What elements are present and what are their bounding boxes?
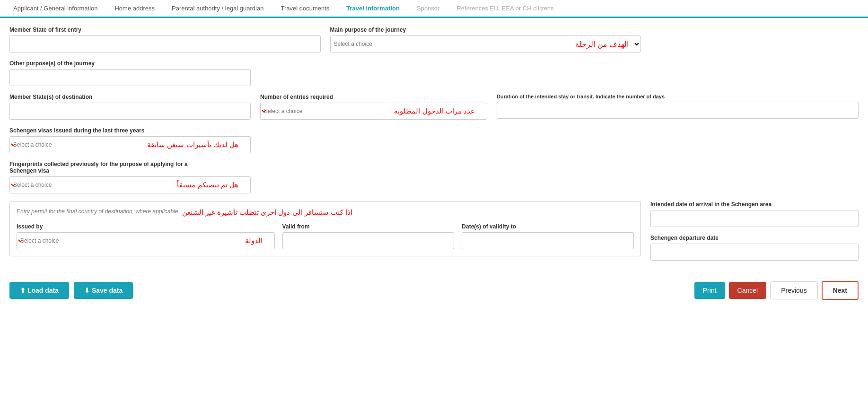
previous-button[interactable]: Previous [770, 281, 817, 299]
col-other-purpose: Other purpose(s) of the journey اهداف اخ… [9, 60, 251, 86]
tab-home-address[interactable]: Home address [106, 0, 163, 18]
schengen-visas-placeholder: Select a choice [13, 141, 52, 148]
col-entries: Number of entries required عدد مرات الدخ… [260, 94, 487, 120]
fingerprints-label: Fingerprints collected previously for th… [9, 161, 189, 174]
departure-input[interactable]: تاريخ المغادرة [650, 244, 859, 261]
arrival-label: Intended date of arrival in the Schengen… [650, 201, 859, 208]
main-purpose-placeholder: Select a choice [334, 41, 372, 47]
btn-group-left: ⬆ Load data ⬇ Save data [9, 282, 133, 299]
entries-label: Number of entries required [260, 94, 487, 100]
tab-applicant-general[interactable]: Applicant / General information [5, 0, 106, 18]
arrival-input[interactable]: تاريخ الوصول الى اوروبا [650, 210, 859, 227]
issued-by-placeholder: Select a choice [20, 237, 59, 244]
col-member-state: Member State of first entry الدولة الاور… [9, 26, 321, 53]
schengen-visas-label: Schengen visas issued during the last th… [9, 127, 251, 134]
col-schengen-visas: Schengen visas issued during the last th… [9, 127, 251, 153]
col-valid-from: Valid from تاريخ الصلاحية [282, 223, 455, 249]
main-content: Member State of first entry الدولة الاور… [0, 18, 868, 269]
tab-travel-documents[interactable]: Travel documents [272, 0, 338, 18]
right-panel: Intended date of arrival in the Schengen… [650, 201, 859, 264]
valid-from-input[interactable]: تاريخ الصلاحية [282, 232, 455, 249]
row-4: Schengen visas issued during the last th… [9, 127, 859, 153]
next-button[interactable]: Next [822, 281, 859, 300]
date-validity-input[interactable]: تاريخ الانتهاء [462, 232, 634, 249]
col-date-validity: Date(s) of validity to تاريخ الانتهاء [462, 223, 634, 249]
tab-parental-authority[interactable]: Parental authority / legal guardian [163, 0, 272, 18]
col-fingerprints: Fingerprints collected previously for th… [9, 161, 251, 193]
tab-travel-information[interactable]: Travel information [338, 0, 408, 18]
save-data-button[interactable]: ⬇ Save data [74, 282, 133, 299]
cancel-button[interactable]: Cancel [729, 282, 767, 299]
departure-label: Schengen departure date [650, 235, 859, 241]
upload-icon: ⬆ [20, 287, 27, 294]
destination-input[interactable]: الدول التي ستزورها [9, 103, 251, 120]
row-entry-permit: Entry permit for the final country of de… [9, 201, 859, 264]
col-duration: Duration of the intended stay or transit… [497, 94, 859, 119]
main-purpose-label: Main purpose of the journey [330, 26, 641, 33]
col-destination: Member State(s) of destination الدول الت… [9, 94, 251, 120]
entry-permit-box: Entry permit for the final country of de… [9, 201, 641, 256]
duration-label: Duration of the intended stay or transit… [497, 94, 859, 99]
tab-bar: Applicant / General information Home add… [0, 0, 868, 18]
entry-permit-arabic: اذا كنت ستسافر الى دول اخرى تتطلب تأشيرة… [182, 208, 353, 217]
main-purpose-arabic: الهدف من الرحلة [575, 40, 629, 49]
entry-permit-fields: Issued by الدولة Select a choice Valid f… [17, 223, 634, 249]
member-state-input[interactable]: الدولة الاوروبية التي ستدخل منها [9, 35, 321, 53]
download-icon: ⬇ [84, 287, 92, 294]
col-issued-by: Issued by الدولة Select a choice [17, 223, 275, 249]
row-1: Member State of first entry الدولة الاور… [9, 26, 859, 53]
col-arrival: Intended date of arrival in the Schengen… [650, 201, 859, 227]
col-main-purpose: Main purpose of the journey الهدف من الر… [330, 26, 641, 53]
valid-from-label: Valid from [282, 223, 455, 230]
fingerprints-placeholder: Select a choice [13, 182, 52, 188]
member-state-label: Member State of first entry [9, 26, 321, 33]
print-button[interactable]: Print [694, 282, 725, 299]
tab-sponsor[interactable]: Sponsor [408, 0, 448, 18]
other-purpose-input[interactable]: اهداف اخرى لرحلتك [9, 69, 251, 86]
tab-references[interactable]: References EU, EEA or CH citizens [448, 0, 562, 18]
bottom-bar: ⬆ Load data ⬇ Save data Print Cancel Pre… [0, 273, 868, 307]
date-validity-label: Date(s) of validity to [462, 223, 634, 230]
row-5: Fingerprints collected previously for th… [9, 161, 859, 193]
row-2: Other purpose(s) of the journey اهداف اخ… [9, 60, 859, 86]
duration-input[interactable]: مدة الرحلة مع الترانزيت [497, 102, 859, 119]
row-3: Member State(s) of destination الدول الت… [9, 94, 859, 120]
col-departure: Schengen departure date تاريخ المغادرة [650, 235, 859, 261]
btn-group-right: Print Cancel Previous Next [694, 281, 859, 300]
load-data-button[interactable]: ⬆ Load data [9, 282, 69, 299]
destination-label: Member State(s) of destination [9, 94, 251, 100]
other-purpose-label: Other purpose(s) of the journey [9, 60, 251, 67]
issued-by-label: Issued by [17, 223, 275, 230]
entry-permit-label: Entry permit for the final country of de… [17, 208, 178, 215]
entries-placeholder: Select a choice [264, 108, 302, 114]
